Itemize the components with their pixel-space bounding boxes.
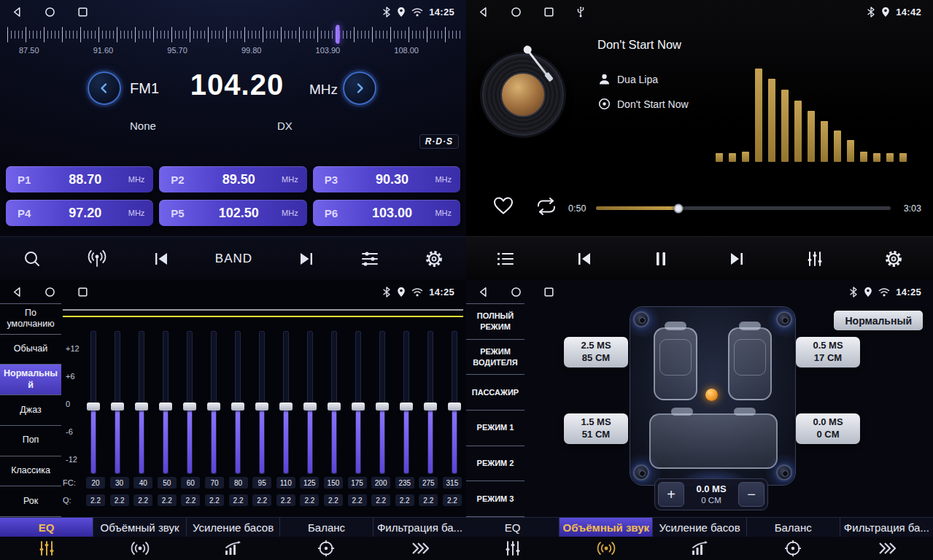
q-value[interactable]: 2.2 (86, 494, 105, 506)
audio-tab[interactable]: Объёмный звук (93, 518, 186, 537)
fc-value[interactable]: 275 (419, 477, 438, 489)
q-value[interactable]: 2.2 (443, 494, 462, 506)
eq-preset-item[interactable]: Обычай (0, 335, 61, 365)
preset-button[interactable]: P6 103.00 MHz (313, 200, 460, 226)
rear-right-speaker-icon[interactable] (776, 464, 792, 481)
eq-preset-item[interactable]: Поп (0, 426, 61, 456)
back-icon[interactable] (478, 287, 489, 298)
fc-value[interactable]: 80 (229, 477, 248, 489)
eq-band-slider[interactable] (303, 331, 317, 474)
eq-band-slider[interactable] (134, 331, 149, 474)
fc-value[interactable]: 150 (324, 477, 343, 489)
front-right-delay[interactable]: 0.5 MS 17 CM (796, 337, 860, 368)
increase-delay-button[interactable]: + (658, 482, 684, 507)
audio-tab[interactable]: Усиление басов (652, 518, 746, 537)
eq-slider-handle[interactable] (352, 402, 365, 411)
fc-value[interactable]: 175 (348, 477, 367, 489)
progress-bar[interactable] (596, 206, 891, 210)
recents-icon[interactable] (77, 7, 88, 18)
listening-mode-item[interactable]: ПАССАЖИР (466, 375, 524, 411)
fc-value[interactable]: 235 (395, 477, 414, 489)
settings-gear-icon[interactable] (425, 249, 444, 268)
q-value[interactable]: 2.2 (158, 494, 177, 506)
broadcast-icon[interactable] (87, 249, 107, 268)
surround-tab-icon[interactable] (560, 537, 653, 560)
fc-value[interactable]: 50 (158, 477, 177, 489)
eq-slider-handle[interactable] (255, 402, 268, 411)
next-track-icon[interactable] (727, 250, 746, 268)
fc-value[interactable]: 60 (181, 477, 200, 489)
eq-band-slider[interactable] (399, 331, 414, 474)
settings-gear-icon[interactable] (884, 249, 903, 268)
q-value[interactable]: 2.2 (110, 494, 129, 506)
back-icon[interactable] (12, 7, 23, 18)
eq-slider-handle[interactable] (424, 402, 437, 411)
eq-preset-item[interactable]: Классика (0, 456, 61, 487)
tuner-options-icon[interactable] (360, 250, 379, 268)
eq-preset-item[interactable]: По умолчанию (0, 303, 61, 335)
listening-mode-item[interactable]: РЕЖИМ 3 (466, 481, 524, 517)
eq-band-slider[interactable] (279, 331, 293, 474)
eq-preset-item[interactable]: Рок (0, 486, 61, 517)
surround-tab-icon[interactable] (93, 537, 187, 560)
q-value[interactable]: 2.2 (229, 494, 248, 506)
eq-band-slider[interactable] (182, 331, 197, 474)
q-value[interactable]: 2.2 (419, 494, 438, 506)
front-right-speaker-icon[interactable] (776, 311, 792, 327)
fc-value[interactable]: 30 (110, 477, 129, 489)
home-icon[interactable] (44, 7, 55, 18)
eq-preset-item[interactable]: Джаз (0, 395, 61, 426)
q-value[interactable]: 2.2 (133, 494, 152, 506)
listening-mode-item[interactable]: ПОЛНЫЙ РЕЖИМ (466, 303, 524, 340)
audio-tab[interactable]: Фильтрация ба... (373, 518, 466, 537)
audio-tab[interactable]: Усиление басов (186, 518, 279, 537)
eq-band-slider[interactable] (158, 331, 173, 474)
progress-thumb[interactable] (674, 203, 684, 213)
back-icon[interactable] (12, 287, 23, 298)
rear-left-speaker-icon[interactable] (633, 464, 649, 481)
eq-slider-handle[interactable] (303, 402, 317, 411)
audio-tab[interactable]: Баланс (746, 518, 840, 537)
eq-tab-icon[interactable] (466, 537, 560, 560)
fc-value[interactable]: 125 (300, 477, 319, 489)
eq-band-slider[interactable] (447, 331, 462, 474)
balance-tab-icon[interactable] (279, 537, 373, 560)
q-value[interactable]: 2.2 (300, 494, 319, 506)
sound-profile-badge[interactable]: Нормальный (834, 311, 923, 330)
listening-mode-item[interactable]: РЕЖИМ 1 (466, 411, 524, 446)
bass-boost-tab-icon[interactable] (653, 537, 746, 560)
q-value[interactable]: 2.2 (205, 494, 224, 506)
front-left-speaker-icon[interactable] (633, 311, 649, 327)
tune-up-button[interactable] (343, 71, 376, 105)
preset-button[interactable]: P4 97.20 MHz (6, 200, 153, 226)
next-station-icon[interactable] (298, 251, 315, 267)
q-value[interactable]: 2.2 (395, 494, 414, 506)
home-icon[interactable] (511, 287, 522, 298)
front-left-delay[interactable]: 2.5 MS 85 CM (564, 337, 628, 368)
fc-value[interactable]: 200 (371, 477, 390, 489)
back-icon[interactable] (478, 7, 489, 18)
eq-band-slider[interactable] (423, 331, 438, 474)
recents-icon[interactable] (543, 7, 554, 18)
fc-value[interactable]: 315 (443, 477, 462, 489)
q-value[interactable]: 2.2 (276, 494, 295, 506)
band-button[interactable]: BAND (215, 252, 252, 266)
listening-mode-item[interactable]: РЕЖИМ 2 (466, 446, 524, 482)
listening-position-dot[interactable] (705, 389, 718, 401)
fc-value[interactable]: 20 (86, 477, 105, 489)
fc-value[interactable]: 95 (252, 477, 271, 489)
eq-band-slider[interactable] (231, 331, 245, 474)
eq-slider-handle[interactable] (183, 402, 196, 411)
eq-slider-handle[interactable] (448, 402, 461, 411)
rear-left-delay[interactable]: 1.5 MS 51 CM (564, 413, 628, 444)
scan-icon[interactable] (23, 249, 42, 268)
bass-boost-tab-icon[interactable] (187, 537, 280, 560)
eq-slider-handle[interactable] (207, 402, 220, 411)
eq-band-slider[interactable] (375, 331, 390, 474)
listening-mode-item[interactable]: РЕЖИМ ВОДИТЕЛЯ (466, 340, 524, 376)
filter-tab-icon[interactable] (373, 537, 466, 560)
audio-tab[interactable]: Объёмный звук (559, 518, 652, 537)
decrease-delay-button[interactable]: − (738, 482, 764, 507)
eq-preset-item[interactable]: Нормальный (0, 365, 61, 395)
eq-slider-handle[interactable] (159, 402, 172, 411)
